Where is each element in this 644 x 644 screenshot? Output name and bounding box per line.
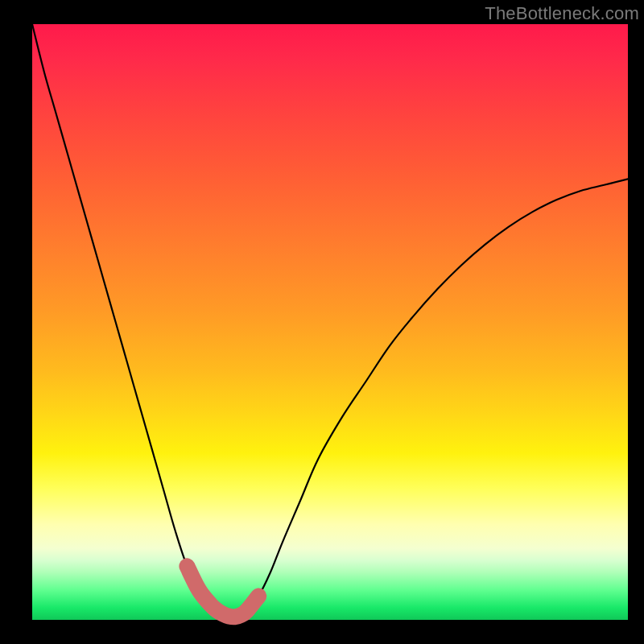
chart-frame: TheBottleneck.com [0, 0, 644, 644]
plot-area [32, 24, 628, 620]
watermark-label: TheBottleneck.com [485, 3, 639, 24]
bottleneck-chart [32, 24, 628, 620]
bottleneck-curve [32, 24, 628, 617]
highlight-segment [187, 566, 258, 617]
